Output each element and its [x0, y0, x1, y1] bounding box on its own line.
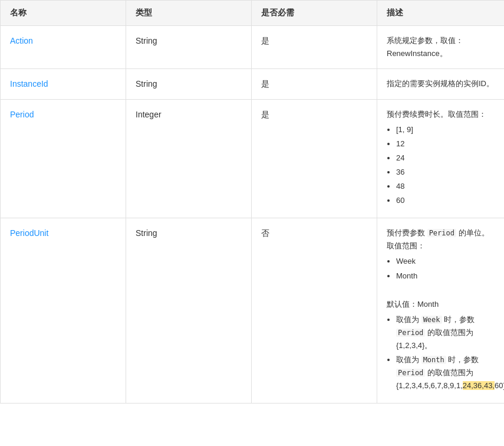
- param-type: Integer: [126, 99, 252, 218]
- table-row: InstanceId String 是 指定的需要实例规格的实例ID。: [1, 69, 505, 99]
- list-item: 取值为 Month 时，参数 Period 的取值范围为{1,2,3,4,5,6…: [396, 353, 495, 392]
- param-name: Period: [1, 99, 126, 218]
- param-required: 是: [252, 26, 377, 69]
- param-description: 预付费参数 Period 的单位。取值范围： Week Month 默认值：Mo…: [377, 218, 505, 404]
- param-required: 否: [252, 218, 377, 404]
- param-description: 系统规定参数，取值：RenewInstance。: [377, 26, 505, 69]
- desc-list: Week Month: [396, 255, 495, 282]
- param-required: 是: [252, 69, 377, 99]
- list-item: Week: [396, 255, 495, 268]
- list-item: 12: [396, 137, 495, 150]
- code-period2: Period: [396, 329, 425, 337]
- param-name: Action: [1, 26, 126, 69]
- param-description: 预付费续费时长。取值范围： [1, 9] 12 24 36 48 60: [377, 99, 505, 218]
- desc-intro: 预付费参数 Period 的单位。取值范围：: [387, 228, 489, 250]
- desc-default: 默认值：Month: [387, 300, 439, 309]
- code-period3: Period: [396, 369, 425, 377]
- list-item: Month: [396, 270, 495, 283]
- param-description: 指定的需要实例规格的实例ID。: [377, 69, 505, 99]
- desc-intro: 预付费续费时长。取值范围：: [387, 110, 486, 119]
- header-description: 描述: [377, 1, 505, 26]
- code-period: Period: [427, 229, 456, 237]
- param-type: String: [126, 218, 252, 404]
- list-item: 48: [396, 180, 495, 193]
- table-header-row: 名称 类型 是否必需 描述: [1, 1, 505, 26]
- desc-extra-list: 取值为 Week 时，参数 Period 的取值范围为{1,2,3,4}。 取值…: [396, 313, 495, 393]
- api-params-table: 名称 类型 是否必需 描述 Action String 是 系统规定参数，取值：…: [0, 0, 504, 404]
- list-item: 取值为 Week 时，参数 Period 的取值范围为{1,2,3,4}。: [396, 313, 495, 352]
- list-item: [1, 9]: [396, 123, 495, 136]
- table-row: PeriodUnit String 否 预付费参数 Period 的单位。取值范…: [1, 218, 505, 404]
- header-required: 是否必需: [252, 1, 377, 26]
- table-row: Action String 是 系统规定参数，取值：RenewInstance。: [1, 26, 505, 69]
- list-item: 60: [396, 194, 495, 207]
- param-type: String: [126, 69, 252, 99]
- param-type: String: [126, 26, 252, 69]
- param-required: 是: [252, 99, 377, 218]
- code-week: Week: [421, 316, 442, 324]
- header-type: 类型: [126, 1, 252, 26]
- param-name: PeriodUnit: [1, 218, 126, 404]
- desc-list: [1, 9] 12 24 36 48 60: [396, 123, 495, 208]
- code-month: Month: [421, 356, 446, 364]
- param-name: InstanceId: [1, 69, 126, 99]
- list-item: 36: [396, 166, 495, 179]
- highlight-text: 24,36,43,: [463, 381, 495, 390]
- list-item: 24: [396, 152, 495, 165]
- header-name: 名称: [1, 1, 126, 26]
- table-row: Period Integer 是 预付费续费时长。取值范围： [1, 9] 12…: [1, 99, 505, 218]
